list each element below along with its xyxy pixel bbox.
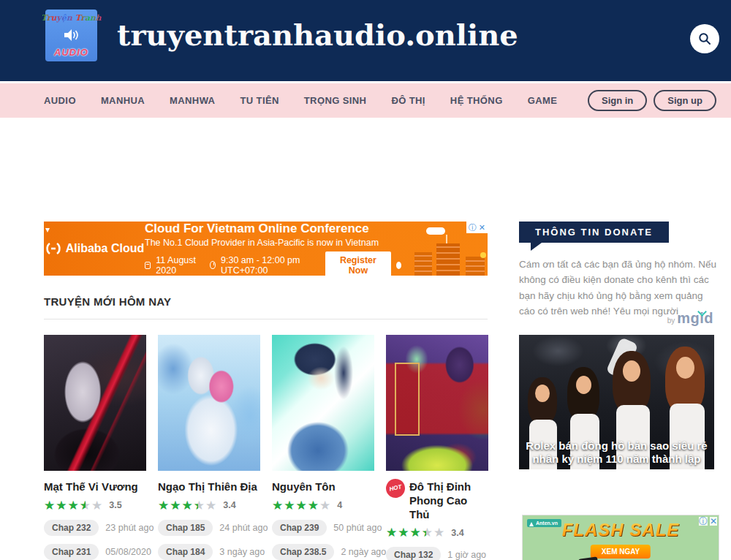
comic-title[interactable]: Mạt Thế Vi Vương <box>44 480 146 494</box>
alibaba-cloud-label: Alibaba Cloud <box>66 242 145 255</box>
chapter-time: 1 giờ ago <box>447 550 486 560</box>
chapter-button[interactable]: Chap 132 <box>386 547 441 560</box>
auth-buttons: Sign in Sign up <box>588 90 716 111</box>
mgid-attribution[interactable]: bymgid <box>519 310 713 327</box>
chapter-button[interactable]: Chap 231 <box>44 544 99 560</box>
phone-shape <box>578 556 600 560</box>
ad-banner-subtitle: The No.1 Cloud Provider in Asia-Pacific … <box>145 238 401 248</box>
nav-items: AUDIO MANHUA MANHWA TU TIÊN TRỌNG SINH Đ… <box>44 95 557 106</box>
section-title: TRUYỆN MỚI HÔM NAY <box>44 295 488 319</box>
calligraphy-panel <box>395 363 420 436</box>
comic-cover[interactable] <box>44 335 146 471</box>
rating-value: 3.4 <box>451 528 463 538</box>
ad-info-icon[interactable]: ⓘ <box>699 517 708 526</box>
comic-card: HOT Đô Thị Đỉnh Phong Cao Thủ ★★★★★ ★★★★… <box>386 335 488 560</box>
mgid-by-label: by <box>667 317 675 325</box>
comic-title[interactable]: HOT Đô Thị Đỉnh Phong Cao Thủ <box>386 480 488 521</box>
chapter-time: 2 ngày ago <box>341 547 386 557</box>
comic-card: Nguyên Tôn ★★★★★ ★★★★★ 4 Chap 239 50 phú… <box>272 335 374 560</box>
chapter-time: 24 phút ago <box>219 523 268 533</box>
calendar-icon <box>145 262 151 269</box>
mgid-logo: mgid <box>677 310 713 326</box>
location-pin-icon <box>396 262 401 269</box>
ad-close-icon[interactable]: ✕ <box>710 517 717 526</box>
speaker-icon <box>64 29 80 42</box>
chapter-row: Chap 238.5 2 ngày ago <box>272 544 374 560</box>
rolex-native-ad[interactable]: Rolex bán đồng hồ bản sao siêu rẻ nhân k… <box>519 335 714 469</box>
chapter-time: 23 phút ago <box>105 523 154 533</box>
comic-cover[interactable] <box>386 335 488 471</box>
alibaba-bracket-icon <box>45 242 62 255</box>
rating-value: 4 <box>337 500 342 510</box>
nav-item-game[interactable]: GAME <box>528 95 558 106</box>
cloud-shape <box>426 227 445 235</box>
ad-banner-date: 11 August 2020 <box>156 255 200 276</box>
nav-item-manhua[interactable]: MANHUA <box>101 95 145 106</box>
ad-close-icon[interactable]: ✕ <box>479 224 485 232</box>
site-header: Truyện Tranh AUDIO truyentranhaudio.onli… <box>0 0 731 81</box>
xem-ngay-button[interactable]: XEM NGAY <box>591 545 651 559</box>
nav-item-he-thong[interactable]: HỆ THỐNG <box>450 95 503 106</box>
ad-choices-controls: ⓘ ✕ <box>699 517 717 526</box>
comic-title[interactable]: Ngạo Thị Thiên Địa <box>158 480 260 494</box>
chapter-button[interactable]: Chap 232 <box>44 520 99 536</box>
sign-in-button[interactable]: Sign in <box>588 90 647 111</box>
ad-choices-controls: ⓘ ✕ <box>466 222 488 233</box>
nav-item-tu-tien[interactable]: TU TIÊN <box>240 95 279 106</box>
nav-item-trong-sinh[interactable]: TRỌNG SINH <box>304 95 367 106</box>
nav-item-manhwa[interactable]: MANHWA <box>170 95 215 106</box>
ad-info-icon[interactable]: ⓘ <box>469 224 477 232</box>
comic-cover[interactable] <box>272 335 374 471</box>
chapter-button[interactable]: Chap 239 <box>272 520 327 536</box>
comic-title[interactable]: Nguyên Tôn <box>272 480 374 494</box>
star-rating-icon: ★★★★★ ★★★★★ <box>44 499 103 512</box>
star-rating-icon: ★★★★★ ★★★★★ <box>158 499 217 512</box>
rolex-ad-caption: Rolex bán đồng hồ bản sao siêu rẻ nhân k… <box>519 439 714 467</box>
main-nav: AUDIO MANHUA MANHWA TU TIÊN TRỌNG SINH Đ… <box>0 83 731 118</box>
site-logo[interactable]: Truyện Tranh AUDIO <box>45 10 97 61</box>
clock-icon <box>210 261 216 269</box>
alibaba-ad-banner[interactable]: Alibaba Cloud Cloud For Vietnam Online C… <box>44 222 488 276</box>
chapter-row: Chap 231 05/08/2020 <box>44 544 146 560</box>
flash-sale-title: FLASH SALE <box>523 520 719 540</box>
search-button[interactable] <box>690 24 719 53</box>
comic-grid: Mạt Thế Vi Vương ★★★★★ ★★★★★ 3.5 Chap 23… <box>44 335 488 560</box>
page: Truyện Tranh AUDIO truyentranhaudio.onli… <box>0 0 731 560</box>
chapter-time: 05/08/2020 <box>105 547 151 557</box>
rating-value: 3.4 <box>223 500 235 510</box>
search-icon <box>697 31 712 46</box>
flash-sale-ad[interactable]: Anten.vn FLASH SALE XEM NGAY ⓘ ✕ <box>522 515 719 560</box>
nav-item-do-thi[interactable]: ĐÔ THỊ <box>391 95 425 106</box>
rating-row: ★★★★★ ★★★★★ 3.5 <box>44 499 146 512</box>
site-title[interactable]: truyentranhaudio.online <box>117 18 518 52</box>
chapter-row: Chap 132 1 giờ ago <box>386 547 488 560</box>
logo-text: Truyện Tranh <box>41 13 102 23</box>
building-shape <box>414 252 432 276</box>
chapter-row: Chap 184 3 ngày ago <box>158 544 260 560</box>
ad-banner-text: Cloud For Vietnam Online Conference The … <box>145 222 401 276</box>
rating-row: ★★★★★ ★★★★★ 3.4 <box>158 499 260 512</box>
chapter-button[interactable]: Chap 185 <box>158 520 213 536</box>
comic-cover[interactable] <box>158 335 260 471</box>
building-shape <box>466 257 485 276</box>
rating-row: ★★★★★ ★★★★★ 4 <box>272 499 374 512</box>
logo-audio-label: AUDIO <box>54 47 88 58</box>
chapter-time: 50 phút ago <box>333 523 382 533</box>
donate-heading: THÔNG TIN DONATE <box>519 222 669 243</box>
hot-badge: HOT <box>385 477 407 500</box>
ad-banner-time: 9:30 am - 12:00 pm UTC+07:00 <box>221 255 311 276</box>
chapter-button[interactable]: Chap 238.5 <box>272 544 334 560</box>
nav-item-audio[interactable]: AUDIO <box>44 95 76 106</box>
alibaba-cloud-logo: Alibaba Cloud <box>44 242 145 255</box>
register-now-button[interactable]: Register Now <box>325 251 391 276</box>
comic-card: Mạt Thế Vi Vương ★★★★★ ★★★★★ 3.5 Chap 23… <box>44 335 146 560</box>
tree-shape <box>480 252 486 258</box>
sign-up-button[interactable]: Sign up <box>654 90 716 111</box>
comic-card: Ngạo Thị Thiên Địa ★★★★★ ★★★★★ 3.4 Chap … <box>158 335 260 560</box>
star-rating-icon: ★★★★★ ★★★★★ <box>386 526 445 539</box>
building-shape <box>436 243 460 276</box>
chapter-time: 3 ngày ago <box>219 547 265 557</box>
star-rating-icon: ★★★★★ ★★★★★ <box>272 499 331 512</box>
chapter-row: Chap 232 23 phút ago <box>44 520 146 536</box>
chapter-button[interactable]: Chap 184 <box>158 544 213 560</box>
